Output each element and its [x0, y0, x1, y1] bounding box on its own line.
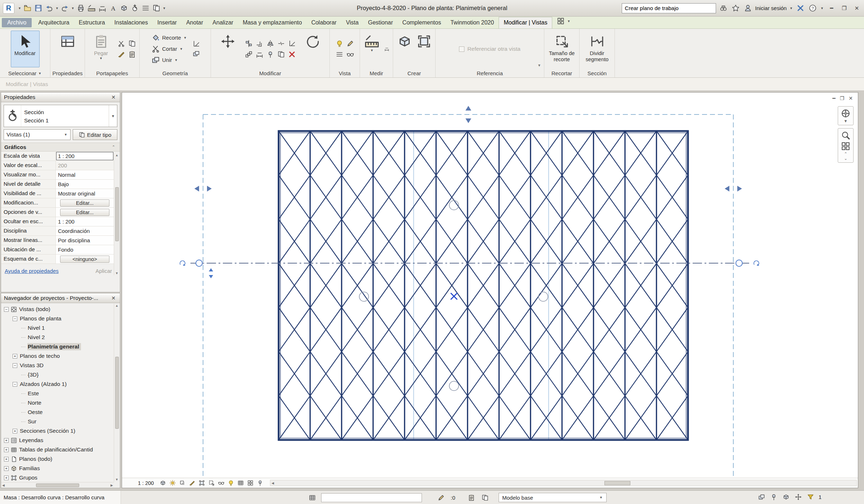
- tree-item[interactable]: Nivel 2: [1, 333, 114, 342]
- property-value[interactable]: 200: [56, 161, 114, 170]
- tab-anotar[interactable]: Anotar: [181, 17, 208, 28]
- property-value-button[interactable]: Editar...: [60, 209, 109, 216]
- tree-item[interactable]: −Planos de planta: [1, 314, 114, 323]
- array-icon[interactable]: [244, 50, 253, 59]
- help-caret-icon[interactable]: ▼: [820, 6, 824, 10]
- show-rendering-icon[interactable]: [188, 479, 196, 487]
- paste-button[interactable]: Pegar▼: [87, 31, 114, 67]
- app-menu-caret-icon[interactable]: ▼: [18, 6, 21, 10]
- property-value[interactable]: Por disciplina: [56, 236, 114, 245]
- property-value[interactable]: Bajo: [56, 180, 114, 189]
- offset-icon[interactable]: [255, 39, 264, 49]
- workset-search-input[interactable]: [622, 3, 716, 13]
- unir-button[interactable]: Unir▼: [149, 54, 189, 66]
- tab-estructura[interactable]: Estructura: [74, 17, 110, 28]
- expand-icon[interactable]: +: [4, 466, 9, 471]
- tree-item[interactable]: +Tablas de planificación/Cantid: [1, 445, 114, 454]
- customize-qat-icon[interactable]: ▼: [163, 6, 166, 10]
- cortar-button[interactable]: Cortar▼: [149, 43, 189, 54]
- delete-icon[interactable]: [287, 50, 297, 59]
- align-icon[interactable]: [244, 39, 253, 49]
- favorites-star-icon[interactable]: [731, 3, 741, 13]
- scroll-down-icon[interactable]: ▼: [115, 478, 118, 481]
- sign-in-button[interactable]: Iniciar sesión: [755, 5, 787, 11]
- scrollbar-thumb[interactable]: [115, 357, 119, 429]
- expand-icon[interactable]: +: [4, 476, 9, 480]
- properties-help-link[interactable]: Ayuda de propiedades: [5, 268, 59, 274]
- workset-input[interactable]: [321, 493, 422, 502]
- select-links-icon[interactable]: [757, 493, 766, 501]
- plan-view-drawing[interactable]: [122, 93, 859, 478]
- split-segment-button[interactable]: Dividir segmento: [583, 31, 612, 67]
- split-icon[interactable]: [276, 39, 286, 49]
- text-note-icon[interactable]: A: [108, 3, 118, 13]
- panel-recortar-label[interactable]: Recortar: [544, 69, 579, 77]
- scale-button[interactable]: 1 : 200: [134, 479, 157, 487]
- tree-item[interactable]: Sur: [1, 417, 114, 426]
- tree-item[interactable]: +Grupos: [1, 473, 114, 482]
- open-icon[interactable]: [23, 3, 32, 13]
- tab-modificar-vistas[interactable]: Modificar | Vistas: [499, 17, 552, 28]
- hide-isolate-icon[interactable]: [345, 49, 355, 59]
- sign-in-caret-icon[interactable]: ▼: [789, 6, 793, 10]
- collapse-icon[interactable]: −: [13, 316, 17, 321]
- scrollbar-thumb[interactable]: [36, 483, 79, 487]
- close-button[interactable]: ✕: [852, 5, 862, 12]
- property-value[interactable]: Fondo: [56, 245, 114, 254]
- expand-icon[interactable]: +: [4, 438, 9, 443]
- constraints-icon[interactable]: [256, 479, 264, 487]
- sun-path-icon[interactable]: [168, 479, 177, 487]
- tab-colaborar[interactable]: Colaborar: [307, 17, 341, 28]
- linework-icon[interactable]: [345, 39, 355, 48]
- tablegrid-icon[interactable]: [308, 494, 316, 502]
- browser-hscrollbar[interactable]: ◀ ▶: [1, 482, 114, 488]
- expand-icon[interactable]: +: [13, 354, 17, 359]
- property-value-button[interactable]: <ninguno>: [60, 256, 109, 263]
- property-value[interactable]: Editar...: [56, 198, 114, 207]
- chevron-down-icon[interactable]: ▼: [537, 63, 541, 67]
- expand-icon[interactable]: +: [4, 447, 9, 452]
- undo-caret-icon[interactable]: ▼: [55, 6, 59, 10]
- views-filter-dropdown[interactable]: Vistas (1) ▼: [4, 129, 71, 140]
- tab-complementos[interactable]: Complementos: [398, 17, 446, 28]
- scroll-down-icon[interactable]: ▼: [115, 271, 118, 275]
- beam-cope-icon[interactable]: [192, 39, 201, 49]
- collapse-icon[interactable]: −: [13, 382, 17, 387]
- tab-masa-y-emplazamiento[interactable]: Masa y emplazamiento: [238, 17, 307, 28]
- ax-icon[interactable]: [796, 3, 805, 13]
- view-minimize-icon[interactable]: ━: [832, 95, 835, 101]
- show-crop-icon[interactable]: [207, 479, 216, 487]
- scrollbar-thumb[interactable]: [115, 187, 119, 241]
- temporary-hide-isolate-icon[interactable]: [217, 479, 225, 487]
- rotate-button[interactable]: [298, 31, 327, 67]
- mag-icon[interactable]: [841, 131, 850, 140]
- property-value[interactable]: Editar...: [56, 208, 114, 217]
- create-similar-button[interactable]: [396, 31, 413, 67]
- reference-checkbox[interactable]: [459, 46, 464, 52]
- graphics-group-header[interactable]: Gráficos ⌃: [1, 143, 120, 152]
- tab-analizar[interactable]: Analizar: [208, 17, 238, 28]
- tree-item[interactable]: +Familias: [1, 464, 114, 473]
- scroll-up-icon[interactable]: ▲: [115, 304, 118, 307]
- app-menu-button[interactable]: R: [3, 3, 14, 14]
- edit-type-button[interactable]: Editar tipo: [73, 129, 117, 140]
- section-icon[interactable]: [130, 3, 140, 13]
- copy-icon[interactable]: [481, 494, 489, 502]
- drag-on-selection-icon[interactable]: [794, 493, 802, 501]
- thin-lines-icon[interactable]: [141, 3, 150, 13]
- tab-twinmotion-2020[interactable]: Twinmotion 2020: [446, 17, 499, 28]
- tree-item[interactable]: +Planos de techo: [1, 351, 114, 361]
- match-properties-icon[interactable]: [116, 50, 126, 59]
- scrollbar-thumb[interactable]: [604, 481, 630, 485]
- property-value[interactable]: <ninguno>: [56, 255, 114, 264]
- grid4-icon[interactable]: [841, 141, 850, 151]
- reveal-hidden-icon[interactable]: [227, 479, 235, 487]
- crop-view-icon[interactable]: [198, 479, 206, 487]
- user-icon[interactable]: [743, 3, 753, 13]
- scroll-up-icon[interactable]: ▲: [115, 153, 118, 157]
- search-binoculars-icon[interactable]: [719, 3, 728, 13]
- canvas-hscrollbar[interactable]: ◀: [270, 480, 857, 486]
- chevron-down-icon[interactable]: ⌄: [844, 156, 847, 161]
- recorte-button[interactable]: Recorte▼: [149, 32, 189, 43]
- pin-icon[interactable]: [265, 50, 275, 59]
